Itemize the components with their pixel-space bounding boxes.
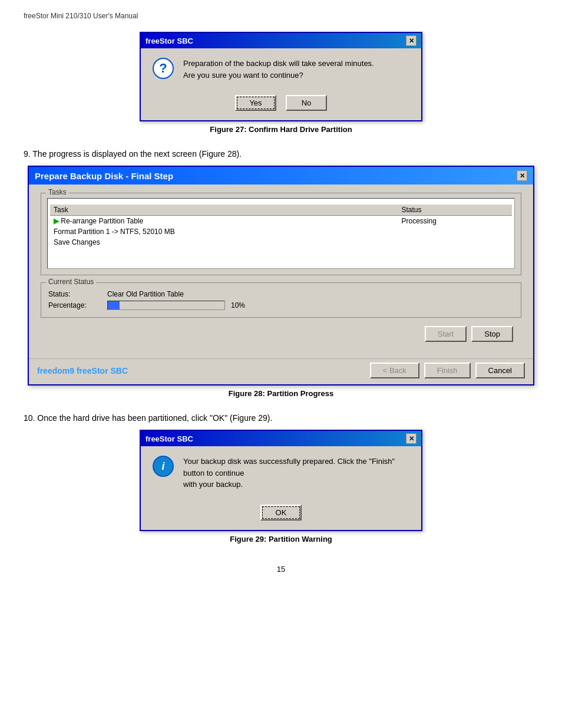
figure27-title-text: freeStor SBC xyxy=(146,37,193,45)
status-row: Status: Clear Old Partition Table xyxy=(48,290,514,298)
progress-bar-container: 10% xyxy=(107,301,245,310)
figure29-close-button[interactable]: ✕ xyxy=(406,433,416,444)
tasks-area: Task Status ▶ Re-arrange Partition Table xyxy=(47,198,515,269)
finish-button[interactable]: Finish xyxy=(424,363,471,378)
figure28-footer: freedom9 freeStor SBC < Back Finish Canc… xyxy=(29,358,533,384)
figure27-title-bar: freeStor SBC ✕ xyxy=(141,33,421,48)
page-header: freeStor Mini 210/310 User's Manual xyxy=(24,12,538,20)
col-status-header: Status xyxy=(398,205,512,216)
figure29-message-line2: with your backup. xyxy=(183,479,409,490)
percentage-label: Percentage: xyxy=(48,301,107,309)
tasks-table: Task Status ▶ Re-arrange Partition Table xyxy=(50,205,512,248)
figure27-wrapper: freeStor SBC ✕ ? Preparation of the back… xyxy=(24,32,538,143)
percentage-value: 10% xyxy=(231,301,245,309)
brand-label: freedom9 freeStor SBC xyxy=(37,366,128,375)
task2-label: Format Partition 1 -> NTFS, 52010 MB xyxy=(50,226,398,237)
figure27-caption: Figure 27: Confirm Hard Drive Partition xyxy=(210,125,352,134)
progress-bar-bg xyxy=(107,301,225,310)
task3-label: Save Changes xyxy=(50,237,398,248)
task1-status: Processing xyxy=(398,216,512,227)
progress-bar-fill xyxy=(108,301,120,309)
step9-text: 9. The progress is displayed on the next… xyxy=(24,149,538,159)
status-label: Status: xyxy=(48,290,107,298)
ok-button[interactable]: OK xyxy=(260,505,302,521)
start-button[interactable]: Start xyxy=(425,326,467,342)
figure28-wrapper: Prepare Backup Disk - Final Step ✕ Tasks… xyxy=(24,166,538,407)
figure28-body: Tasks Task Status ▶ xyxy=(29,185,533,356)
stop-button[interactable]: Stop xyxy=(471,326,513,342)
figure28-dialog: Prepare Backup Disk - Final Step ✕ Tasks… xyxy=(28,166,534,386)
task-row-2: Format Partition 1 -> NTFS, 52010 MB xyxy=(50,226,512,237)
figure29-title-bar: freeStor SBC ✕ xyxy=(141,431,421,446)
task-row-3: Save Changes xyxy=(50,237,512,248)
figure29-body: i Your backup disk was successfully prep… xyxy=(141,446,421,500)
action-buttons: Start Stop xyxy=(41,326,521,348)
figure29-wrapper: freeStor SBC ✕ i Your backup disk was su… xyxy=(24,430,538,553)
figure27-buttons: Yes No xyxy=(141,90,421,120)
percentage-row: Percentage: 10% xyxy=(48,301,514,310)
step10-text: 10. Once the hard drive has been partiti… xyxy=(24,413,538,423)
tasks-group-label: Tasks xyxy=(46,188,69,196)
figure29-message-line1: Your backup disk was successfully prepar… xyxy=(183,456,409,479)
current-status-label: Current Status xyxy=(46,278,96,286)
no-button[interactable]: No xyxy=(286,95,327,111)
figure27-message: Preparation of the backup disk will take… xyxy=(183,58,374,81)
figure29-buttons: OK xyxy=(141,500,421,530)
figure28-title-bar: Prepare Backup Disk - Final Step ✕ xyxy=(29,167,533,185)
back-button[interactable]: < Back xyxy=(370,363,419,378)
figure27-dialog: freeStor SBC ✕ ? Preparation of the back… xyxy=(140,32,422,121)
yes-button[interactable]: Yes xyxy=(235,95,276,111)
figure29-message: Your backup disk was successfully prepar… xyxy=(183,456,409,490)
figure28-close-button[interactable]: ✕ xyxy=(517,170,527,181)
tasks-group: Tasks Task Status ▶ xyxy=(41,193,521,275)
info-icon: i xyxy=(153,456,174,477)
figure29-caption: Figure 29: Partition Warning xyxy=(230,535,332,543)
figure27-message-line1: Preparation of the backup disk will take… xyxy=(183,58,374,70)
current-status-group: Current Status Status: Clear Old Partiti… xyxy=(41,282,521,318)
status-value: Clear Old Partition Table xyxy=(107,290,514,298)
page-number: 15 xyxy=(24,565,538,574)
header-title: freeStor Mini 210/310 User's Manual xyxy=(24,12,138,20)
figure28-caption: Figure 28: Partition Progress xyxy=(229,389,333,398)
task1-label: Re-arrange Partition Table xyxy=(61,217,143,225)
question-icon: ? xyxy=(153,58,174,79)
footer-buttons: < Back Finish Cancel xyxy=(370,363,525,378)
task-row-1: ▶ Re-arrange Partition Table Processing xyxy=(50,216,512,227)
col-task-header: Task xyxy=(50,205,398,216)
figure27-message-line2: Are you sure you want to continue? xyxy=(183,70,374,81)
figure27-body: ? Preparation of the backup disk will ta… xyxy=(141,48,421,90)
figure29-dialog: freeStor SBC ✕ i Your backup disk was su… xyxy=(140,430,422,531)
task-arrow-icon: ▶ xyxy=(54,217,61,225)
figure28-title-text: Prepare Backup Disk - Final Step xyxy=(35,171,173,181)
cancel-button[interactable]: Cancel xyxy=(475,363,525,378)
figure29-title-text: freeStor SBC xyxy=(146,434,193,443)
figure27-close-button[interactable]: ✕ xyxy=(406,35,416,46)
